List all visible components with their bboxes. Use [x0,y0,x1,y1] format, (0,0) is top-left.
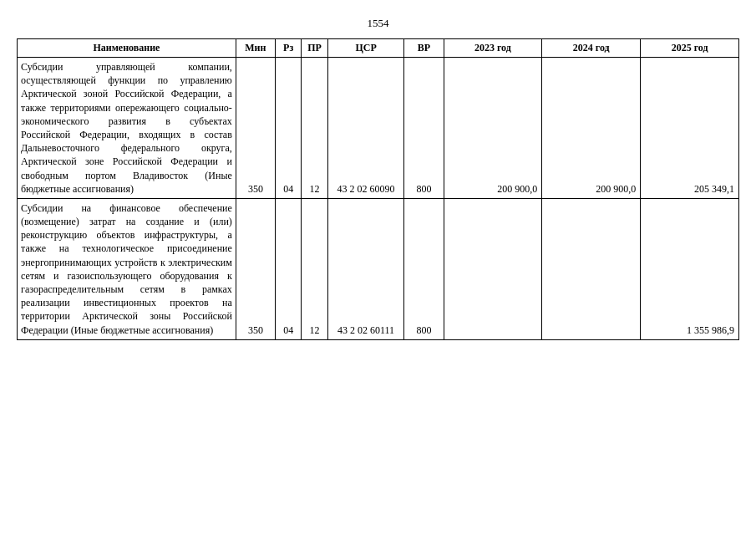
cell-name-0: Субсидии управляющей компании, осуществл… [18,58,236,199]
table-row: Субсидии на финансовое обеспечение (возм… [18,198,739,339]
table-row: Субсидии управляющей компании, осуществл… [18,58,739,199]
header-min: Мин [236,39,275,58]
table-header-row: Наименование Мин Рз ПР ЦСР ВР 2023 год 2… [18,39,739,58]
cell-min-1: 350 [236,198,275,339]
cell-csr-1: 43 2 02 60111 [327,198,404,339]
cell-rz-0: 04 [275,58,301,199]
cell-vr-1: 800 [404,198,444,339]
cell-rz-1: 04 [275,198,301,339]
cell-year2025-1: 1 355 986,9 [641,198,739,339]
header-csr: ЦСР [327,39,404,58]
cell-vr-0: 800 [404,58,444,199]
header-2024: 2024 год [542,39,641,58]
cell-year2024-1 [542,198,641,339]
header-2023: 2023 год [444,39,542,58]
cell-year2023-1 [444,198,542,339]
cell-min-0: 350 [236,58,275,199]
header-2025: 2025 год [641,39,739,58]
header-pr: ПР [302,39,327,58]
header-rz: Рз [275,39,301,58]
cell-pr-0: 12 [302,58,327,199]
cell-year2023-0: 200 900,0 [444,58,542,199]
header-name: Наименование [18,39,236,58]
cell-pr-1: 12 [302,198,327,339]
cell-name-1: Субсидии на финансовое обеспечение (возм… [18,198,236,339]
cell-year2024-0: 200 900,0 [542,58,641,199]
cell-year2025-0: 205 349,1 [641,58,739,199]
cell-csr-0: 43 2 02 60090 [327,58,404,199]
header-vr: ВР [404,39,444,58]
page-number: 1554 [17,17,739,30]
budget-table: Наименование Мин Рз ПР ЦСР ВР 2023 год 2… [17,38,739,340]
